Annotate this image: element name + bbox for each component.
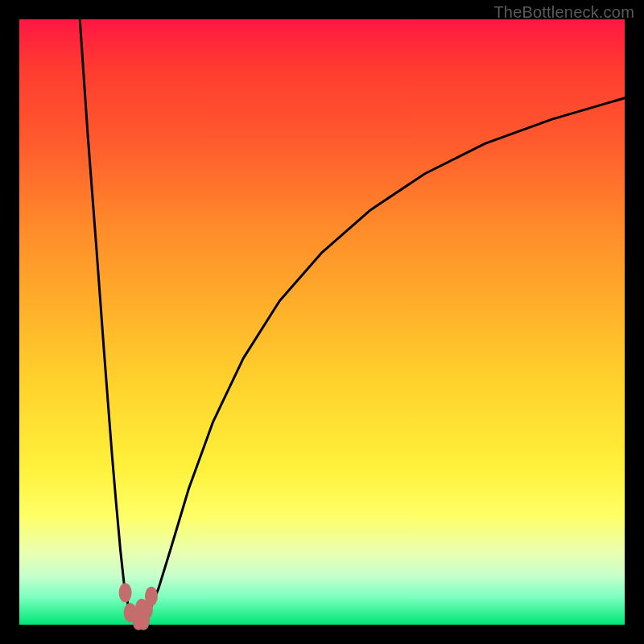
plot-area [19,19,625,625]
bottleneck-curve-right_branch [140,98,625,622]
curve-group [80,19,625,622]
valley-marker [119,583,132,602]
chart-frame: TheBottleneck.com [0,0,644,644]
curve-layer [19,19,625,625]
valley-marker [145,587,158,606]
bottleneck-curve-left_branch [80,19,136,622]
valley-marker-group [119,583,158,630]
